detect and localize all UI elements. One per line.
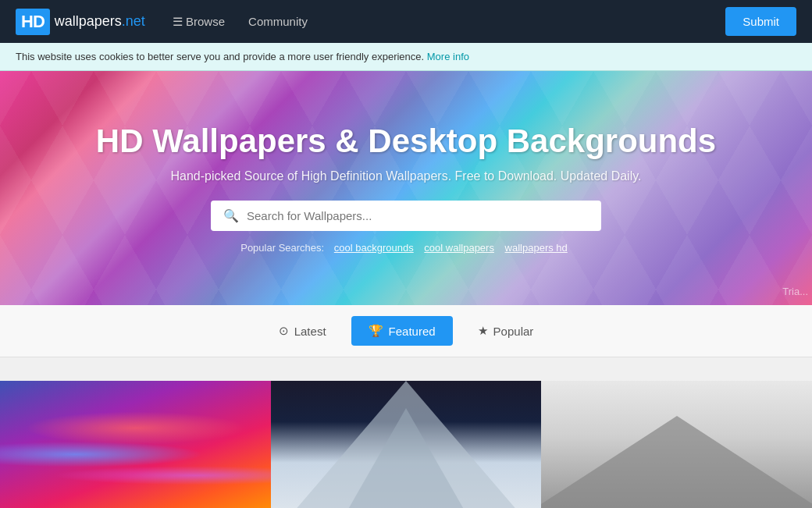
tria-watermark: Tria... xyxy=(782,286,808,297)
logo-hd: HD xyxy=(21,12,45,31)
browse-link[interactable]: ☰ Browse xyxy=(161,9,237,35)
popular-label: Popular Searches: xyxy=(240,242,324,254)
tab-popular[interactable]: ★ Popular xyxy=(461,316,551,346)
wallpapers-grid xyxy=(0,381,812,508)
popular-icon: ★ xyxy=(478,324,488,338)
wallpapers-section xyxy=(0,357,812,508)
tabs-section: ⊙ Latest 🏆 Featured ★ Popular xyxy=(0,305,812,357)
logo-net: .net xyxy=(122,13,145,29)
logo[interactable]: HD wallpapers.net xyxy=(16,9,145,35)
hero-title: HD Wallpapers & Desktop Backgrounds xyxy=(16,123,796,160)
latest-icon: ⊙ xyxy=(279,324,289,338)
popular-link-cool-wallpapers[interactable]: cool wallpapers xyxy=(424,242,494,254)
search-bar[interactable]: 🔍 xyxy=(211,201,601,231)
logo-wallpapers: wallpapers xyxy=(55,13,122,29)
navbar: HD wallpapers.net ☰ Browse Community Sub… xyxy=(0,0,812,43)
latest-label: Latest xyxy=(294,325,326,338)
search-icon: 🔍 xyxy=(223,208,239,223)
hero-section: HD Wallpapers & Desktop Backgrounds Hand… xyxy=(0,71,812,305)
cookie-message: This website uses cookies to better serv… xyxy=(16,51,424,62)
popular-link-cool-backgrounds[interactable]: cool backgrounds xyxy=(334,242,414,254)
cookie-more-info-link[interactable]: More info xyxy=(427,51,469,62)
featured-label: Featured xyxy=(389,325,436,338)
search-input[interactable] xyxy=(247,209,589,222)
featured-icon: 🏆 xyxy=(369,324,383,338)
popular-searches: Popular Searches: cool backgrounds cool … xyxy=(16,242,796,254)
nav-links: ☰ Browse Community Submit xyxy=(161,7,796,36)
tab-featured[interactable]: 🏆 Featured xyxy=(351,316,453,346)
logo-text: wallpapers.net xyxy=(55,13,145,30)
hero-subtitle: Hand-picked Source of High Definition Wa… xyxy=(16,169,796,183)
wallpaper-waves[interactable] xyxy=(0,381,271,508)
wallpaper-mountain[interactable] xyxy=(541,381,812,508)
cookie-banner: This website uses cookies to better serv… xyxy=(0,43,812,71)
community-link[interactable]: Community xyxy=(237,9,319,34)
hero-content: HD Wallpapers & Desktop Backgrounds Hand… xyxy=(0,123,812,254)
submit-button[interactable]: Submit xyxy=(725,7,796,36)
popular-link-wallpapers-hd[interactable]: wallpapers hd xyxy=(505,242,568,254)
tab-latest[interactable]: ⊙ Latest xyxy=(262,316,344,346)
wallpaper-arch[interactable] xyxy=(271,381,542,508)
logo-box: HD xyxy=(16,9,50,35)
popular-label: Popular xyxy=(493,325,534,338)
